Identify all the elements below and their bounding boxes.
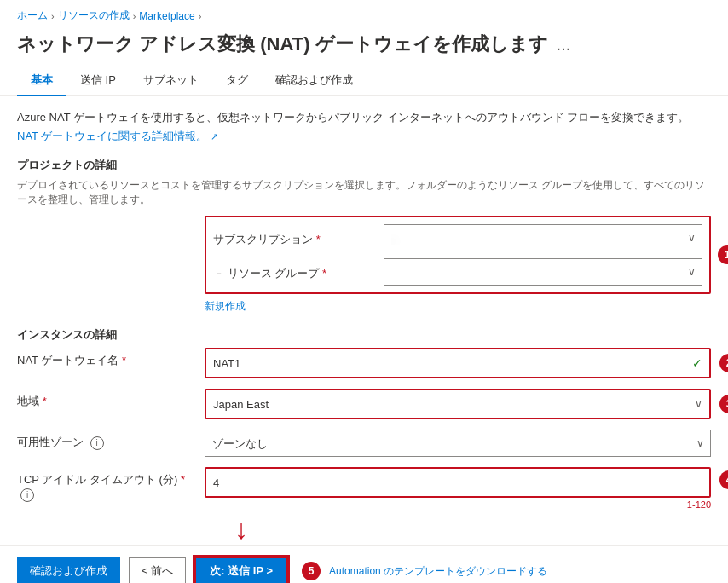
resource-group-label: リソース グループ: [228, 267, 320, 280]
breadcrumb-sep-3: ›: [199, 11, 202, 21]
breadcrumb-sep-2: ›: [133, 11, 136, 21]
tcp-range-hint: 1-120: [205, 499, 711, 510]
next-button[interactable]: 次: 送信 IP >: [194, 557, 288, 583]
page-title: ネットワーク アドレス変換 (NAT) ゲートウェイを作成します: [17, 32, 548, 57]
breadcrumb-create[interactable]: リソースの作成: [58, 9, 130, 23]
availability-control: ゾーンなし ∨: [205, 430, 711, 457]
tcp-info-icon[interactable]: i: [20, 488, 34, 502]
badge-5: 5: [302, 562, 321, 580]
region-dropdown-wrapper: Japan East ∨: [206, 390, 709, 418]
badge-1: 1: [718, 245, 728, 264]
tab-basic[interactable]: 基本: [17, 66, 66, 96]
tab-tags[interactable]: タグ: [212, 66, 262, 96]
tab-subnet[interactable]: サブネット: [130, 66, 212, 96]
new-create-link[interactable]: 新規作成: [205, 299, 246, 314]
availability-info-icon[interactable]: i: [90, 436, 104, 450]
down-arrow-icon: ↓: [234, 516, 248, 543]
bottom-bar: 確認および作成 < 前へ ↓ 次: 送信 IP > 5 Automation の…: [0, 545, 728, 583]
nat-name-label: NAT ゲートウェイ名: [17, 354, 118, 367]
breadcrumb: ホーム › リソースの作成 › Marketplace ›: [0, 0, 728, 26]
tab-outbound-ip[interactable]: 送信 IP: [66, 66, 130, 96]
resource-group-dropdown[interactable]: [384, 258, 702, 286]
tcp-required: *: [181, 473, 185, 486]
download-template-link[interactable]: Automation のテンプレートをダウンロードする: [329, 564, 547, 579]
tab-bar: 基本 送信 IP サブネット タグ 確認および作成: [0, 66, 728, 96]
tab-review[interactable]: 確認および作成: [262, 66, 367, 96]
title-menu-button[interactable]: ...: [557, 35, 571, 55]
availability-label: 可用性ゾーン: [17, 436, 84, 448]
badge-3: 3: [719, 395, 728, 413]
resource-group-required: *: [322, 267, 326, 280]
nat-name-row: NAT ゲートウェイ名 * ✓ 2: [17, 348, 711, 378]
nat-name-required: *: [122, 354, 126, 367]
description-text: Azure NAT ゲートウェイを使用すると、仮想ネットワークからパブリック イ…: [17, 110, 711, 125]
page-title-area: ネットワーク アドレス変換 (NAT) ゲートウェイを作成します ...: [0, 26, 728, 66]
region-row: 地域 * Japan East ∨ 3: [17, 389, 711, 419]
subscription-dropdown-wrapper: . ∨: [384, 224, 702, 251]
prev-button[interactable]: < 前へ: [129, 557, 186, 583]
external-link-icon: ↗: [211, 131, 218, 142]
breadcrumb-sep-1: ›: [51, 11, 55, 21]
subscription-label: サブスクリプション: [213, 233, 313, 245]
breadcrumb-home[interactable]: ホーム: [17, 9, 48, 23]
breadcrumb-marketplace: Marketplace: [139, 10, 194, 22]
region-dropdown[interactable]: Japan East: [206, 390, 709, 418]
badge-2: 2: [719, 354, 728, 372]
review-create-button[interactable]: 確認および作成: [17, 557, 120, 583]
subscription-dropdown[interactable]: .: [384, 224, 702, 251]
learn-more-link[interactable]: NAT ゲートウェイに関する詳細情報。 ↗: [17, 129, 218, 144]
project-section-title: プロジェクトの詳細: [17, 158, 711, 173]
tcp-label: TCP アイドル タイムアウト (分): [17, 473, 177, 486]
nat-name-valid-icon: ✓: [692, 356, 702, 370]
project-details-box: サブスクリプション * . ∨: [205, 216, 711, 294]
availability-row: 可用性ゾーン i ゾーンなし ∨: [17, 430, 711, 457]
availability-dropdown[interactable]: ゾーンなし: [205, 430, 711, 457]
tcp-timeout-row: TCP アイドル タイムアウト (分) * i 1-120 4: [17, 467, 711, 510]
project-section-desc: デプロイされているリソースとコストを管理するサブスクリプションを選択します。フォ…: [17, 178, 711, 207]
tree-connector: └: [213, 267, 221, 280]
nat-name-input[interactable]: [206, 349, 709, 377]
nat-name-input-wrapper: ✓: [206, 349, 709, 377]
availability-dropdown-wrapper: ゾーンなし ∨: [205, 430, 711, 457]
subscription-required: *: [316, 233, 321, 245]
resource-group-dropdown-wrapper: ∨: [384, 258, 702, 286]
instance-section-title: インスタンスの詳細: [17, 327, 711, 343]
tcp-timeout-input[interactable]: [206, 469, 709, 496]
learn-more-label: NAT ゲートウェイに関する詳細情報。: [17, 129, 207, 144]
content-area: Azure NAT ゲートウェイを使用すると、仮想ネットワークからパブリック イ…: [0, 96, 728, 528]
next-button-wrapper: ↓ 次: 送信 IP >: [194, 557, 288, 583]
badge-4: 4: [719, 470, 728, 489]
region-label: 地域: [17, 395, 39, 407]
region-required: *: [43, 395, 47, 407]
